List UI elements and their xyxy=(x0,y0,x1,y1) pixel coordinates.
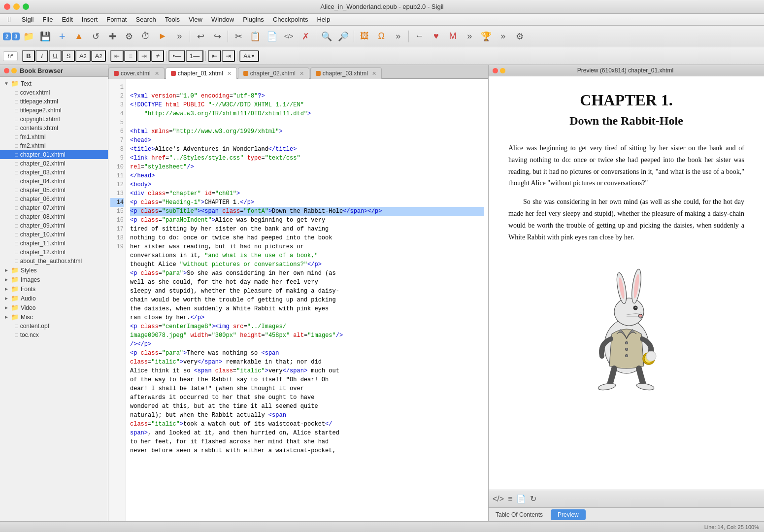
menu-sigil[interactable]: Sigil xyxy=(18,15,38,24)
tab-chapter03-close[interactable]: ✕ xyxy=(372,70,376,77)
back-icon[interactable]: ← xyxy=(411,29,427,44)
menu-edit[interactable]: Edit xyxy=(58,15,76,24)
file-about[interactable]: □about_the_author.xhtml xyxy=(0,257,108,266)
list-view-icon[interactable]: ≡ xyxy=(508,495,512,503)
subscript-button[interactable]: A2 xyxy=(75,50,91,62)
menu-format[interactable]: Format xyxy=(102,15,131,24)
styles-folder[interactable]: ► 📁 Styles xyxy=(0,266,108,275)
heading-selector[interactable]: h* xyxy=(3,51,18,61)
align-left-button[interactable]: ⇤ xyxy=(110,50,124,62)
tab-chapter02[interactable]: chapter_02.xhtml ✕ xyxy=(238,67,309,79)
tab-chapter01[interactable]: chapter_01.xhtml ✕ xyxy=(166,67,237,79)
code-view-icon[interactable]: </> xyxy=(493,495,504,503)
file-chapter12[interactable]: □chapter_12.xhtml xyxy=(0,248,108,257)
undo2-icon[interactable]: ↩ xyxy=(193,29,208,44)
redo2-icon[interactable]: ↪ xyxy=(209,29,225,44)
file-chapter02[interactable]: □chapter_02.xhtml xyxy=(0,159,108,168)
file-titlepage[interactable]: □titlepage.xhtml xyxy=(0,97,108,106)
align-center-button[interactable]: ≡ xyxy=(124,50,137,62)
file-chapter01[interactable]: □chapter_01.xhtml xyxy=(0,150,108,159)
file-titlepage2[interactable]: □titlepage2.xhtml xyxy=(0,106,108,115)
settings-icon[interactable]: ⚙ xyxy=(121,29,137,44)
tab-chapter02-close[interactable]: ✕ xyxy=(299,70,304,77)
menu-view[interactable]: View xyxy=(185,15,206,24)
file-contents[interactable]: □contents.xhtml xyxy=(0,124,108,133)
fonts-folder[interactable]: ► 📁 Fonts xyxy=(0,284,108,294)
refresh-icon[interactable]: ↻ xyxy=(530,494,536,503)
file-content-opf[interactable]: □content.opf xyxy=(0,322,108,331)
bullet-list-button[interactable]: •— xyxy=(168,50,185,62)
file-chapter10[interactable]: □chapter_10.xhtml xyxy=(0,230,108,239)
delete-icon[interactable]: ✗ xyxy=(298,29,313,44)
bold-button[interactable]: B xyxy=(22,50,35,62)
align-justify-button[interactable]: ≠ xyxy=(151,50,164,62)
file-fm2[interactable]: □fm2.xhtml xyxy=(0,141,108,150)
code-content[interactable]: <?xml version="1.0" encoding="utf-8"?> <… xyxy=(126,79,488,521)
code-icon[interactable]: </> xyxy=(281,29,297,44)
file-fm1[interactable]: □fm1.xhtml xyxy=(0,133,108,141)
tab-cover-close[interactable]: ✕ xyxy=(155,70,159,77)
file-chapter09[interactable]: □chapter_09.xhtml xyxy=(0,221,108,230)
preview-min-button[interactable] xyxy=(500,68,505,73)
clock-icon[interactable]: ⏱ xyxy=(138,29,154,44)
search-icon[interactable]: 🔍 xyxy=(319,29,334,44)
menu-checkpoints[interactable]: Checkpoints xyxy=(269,15,312,24)
arrow-right-icon[interactable]: ► xyxy=(155,29,170,44)
tab-chapter03[interactable]: chapter_03.xhtml ✕ xyxy=(310,67,382,79)
close-button[interactable] xyxy=(4,3,10,10)
tab-chapter01-close[interactable]: ✕ xyxy=(227,70,232,77)
underline-button[interactable]: U xyxy=(49,50,62,62)
double-arrow-icon[interactable]: » xyxy=(171,29,187,44)
settings2-icon[interactable]: ⚙ xyxy=(512,29,528,44)
menu-search[interactable]: Search xyxy=(132,15,160,24)
file-copyright[interactable]: □copyright.xhtml xyxy=(0,115,108,124)
arrow-up-icon[interactable]: ▲ xyxy=(71,29,87,44)
file-chapter04[interactable]: □chapter_04.xhtml xyxy=(0,177,108,186)
increase-indent-button[interactable]: ⇥ xyxy=(222,50,235,62)
misc-folder[interactable]: ► 📁 Misc xyxy=(0,312,108,322)
open-folder-icon[interactable]: 📁 xyxy=(21,29,36,44)
tab-preview[interactable]: Preview xyxy=(551,509,586,520)
tab-toc[interactable]: Table Of Contents xyxy=(489,509,550,520)
file-chapter03[interactable]: □chapter_03.xhtml xyxy=(0,168,108,177)
tab-cover[interactable]: cover.xhtml ✕ xyxy=(108,67,165,79)
maximize-button[interactable] xyxy=(23,3,29,10)
apple-menu[interactable]:  xyxy=(4,14,15,25)
file-chapter06[interactable]: □chapter_06.xhtml xyxy=(0,195,108,203)
symbol-icon[interactable]: Ω xyxy=(373,29,389,44)
file-chapter07[interactable]: □chapter_07.xhtml xyxy=(0,203,108,212)
add-icon[interactable]: + xyxy=(54,29,70,44)
redo-icon[interactable]: ✚ xyxy=(104,29,120,44)
minimize-button[interactable] xyxy=(13,3,20,10)
trophy-icon[interactable]: 🏆 xyxy=(478,29,494,44)
menu-insert[interactable]: Insert xyxy=(78,15,102,24)
zoom-in-icon[interactable]: 🔎 xyxy=(335,29,351,44)
menu-file[interactable]: File xyxy=(38,15,57,24)
cut-icon[interactable]: ✂ xyxy=(231,29,246,44)
spell-check-button[interactable]: Aa▼ xyxy=(239,50,259,62)
heart-icon[interactable]: ♥ xyxy=(428,29,444,44)
video-folder[interactable]: ► 📁 Video xyxy=(0,303,108,312)
paste-icon[interactable]: 📄 xyxy=(264,29,280,44)
preview-close-button[interactable] xyxy=(493,68,498,73)
numbered-list-button[interactable]: 1— xyxy=(186,50,203,62)
audio-folder[interactable]: ► 📁 Audio xyxy=(0,294,108,303)
menu-help[interactable]: Help xyxy=(313,15,334,24)
browser-close-button[interactable] xyxy=(4,68,9,73)
book-view-icon[interactable]: 📄 xyxy=(516,494,526,503)
decrease-indent-button[interactable]: ⇤ xyxy=(208,50,221,62)
superscript-button[interactable]: A2 xyxy=(91,50,106,62)
copy-icon[interactable]: 📋 xyxy=(247,29,263,44)
file-chapter08[interactable]: □chapter_08.xhtml xyxy=(0,212,108,221)
strikethrough-button[interactable]: S xyxy=(62,50,75,62)
code-editor[interactable]: 1 2 3 4 5 6 7 8 9 10 11 12 13 14 15 16 1… xyxy=(108,79,488,521)
image-icon[interactable]: 🖼 xyxy=(357,29,372,44)
more-icon[interactable]: » xyxy=(390,29,406,44)
menu-tools[interactable]: Tools xyxy=(161,15,184,24)
more3-icon[interactable]: » xyxy=(495,29,511,44)
browser-minimize-button[interactable] xyxy=(11,68,17,73)
file-cover[interactable]: □cover.xhtml xyxy=(0,88,108,97)
text-folder[interactable]: ▼ 📁 Text xyxy=(0,79,108,88)
undo-icon[interactable]: ↺ xyxy=(88,29,103,44)
more2-icon[interactable]: » xyxy=(462,29,477,44)
